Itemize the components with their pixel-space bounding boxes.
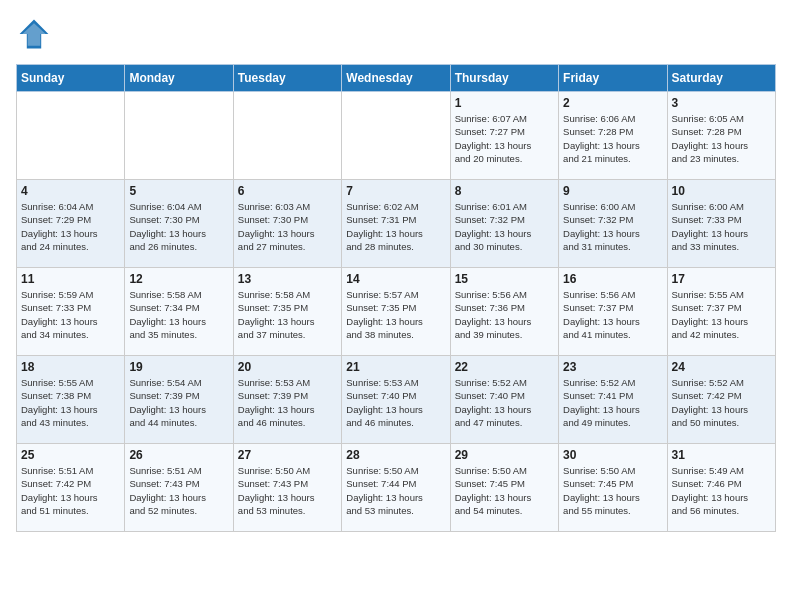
calendar-cell: 5Sunrise: 6:04 AM Sunset: 7:30 PM Daylig… [125, 180, 233, 268]
weekday-header-row: SundayMondayTuesdayWednesdayThursdayFrid… [17, 65, 776, 92]
calendar-cell: 10Sunrise: 6:00 AM Sunset: 7:33 PM Dayli… [667, 180, 775, 268]
day-info: Sunrise: 6:00 AM Sunset: 7:32 PM Dayligh… [563, 200, 662, 253]
day-number: 5 [129, 184, 228, 198]
day-info: Sunrise: 5:55 AM Sunset: 7:38 PM Dayligh… [21, 376, 120, 429]
calendar-cell: 20Sunrise: 5:53 AM Sunset: 7:39 PM Dayli… [233, 356, 341, 444]
day-number: 10 [672, 184, 771, 198]
calendar-cell: 14Sunrise: 5:57 AM Sunset: 7:35 PM Dayli… [342, 268, 450, 356]
day-number: 25 [21, 448, 120, 462]
calendar-cell: 18Sunrise: 5:55 AM Sunset: 7:38 PM Dayli… [17, 356, 125, 444]
day-number: 17 [672, 272, 771, 286]
day-info: Sunrise: 5:52 AM Sunset: 7:40 PM Dayligh… [455, 376, 554, 429]
day-info: Sunrise: 6:04 AM Sunset: 7:29 PM Dayligh… [21, 200, 120, 253]
day-info: Sunrise: 6:00 AM Sunset: 7:33 PM Dayligh… [672, 200, 771, 253]
calendar-cell: 4Sunrise: 6:04 AM Sunset: 7:29 PM Daylig… [17, 180, 125, 268]
day-number: 9 [563, 184, 662, 198]
logo [16, 16, 56, 52]
calendar-cell: 30Sunrise: 5:50 AM Sunset: 7:45 PM Dayli… [559, 444, 667, 532]
day-info: Sunrise: 6:01 AM Sunset: 7:32 PM Dayligh… [455, 200, 554, 253]
day-info: Sunrise: 5:55 AM Sunset: 7:37 PM Dayligh… [672, 288, 771, 341]
weekday-header-tuesday: Tuesday [233, 65, 341, 92]
weekday-header-saturday: Saturday [667, 65, 775, 92]
day-info: Sunrise: 5:50 AM Sunset: 7:43 PM Dayligh… [238, 464, 337, 517]
day-info: Sunrise: 6:02 AM Sunset: 7:31 PM Dayligh… [346, 200, 445, 253]
day-info: Sunrise: 5:56 AM Sunset: 7:36 PM Dayligh… [455, 288, 554, 341]
day-number: 24 [672, 360, 771, 374]
day-number: 16 [563, 272, 662, 286]
calendar-cell: 13Sunrise: 5:58 AM Sunset: 7:35 PM Dayli… [233, 268, 341, 356]
day-number: 30 [563, 448, 662, 462]
day-number: 8 [455, 184, 554, 198]
day-info: Sunrise: 5:54 AM Sunset: 7:39 PM Dayligh… [129, 376, 228, 429]
day-info: Sunrise: 5:52 AM Sunset: 7:41 PM Dayligh… [563, 376, 662, 429]
calendar-cell: 9Sunrise: 6:00 AM Sunset: 7:32 PM Daylig… [559, 180, 667, 268]
day-info: Sunrise: 5:56 AM Sunset: 7:37 PM Dayligh… [563, 288, 662, 341]
day-info: Sunrise: 6:05 AM Sunset: 7:28 PM Dayligh… [672, 112, 771, 165]
day-info: Sunrise: 5:58 AM Sunset: 7:34 PM Dayligh… [129, 288, 228, 341]
day-info: Sunrise: 5:59 AM Sunset: 7:33 PM Dayligh… [21, 288, 120, 341]
day-info: Sunrise: 5:51 AM Sunset: 7:43 PM Dayligh… [129, 464, 228, 517]
day-number: 22 [455, 360, 554, 374]
day-number: 18 [21, 360, 120, 374]
calendar-cell: 24Sunrise: 5:52 AM Sunset: 7:42 PM Dayli… [667, 356, 775, 444]
calendar-cell: 16Sunrise: 5:56 AM Sunset: 7:37 PM Dayli… [559, 268, 667, 356]
calendar-cell: 19Sunrise: 5:54 AM Sunset: 7:39 PM Dayli… [125, 356, 233, 444]
weekday-header-wednesday: Wednesday [342, 65, 450, 92]
day-info: Sunrise: 5:50 AM Sunset: 7:45 PM Dayligh… [563, 464, 662, 517]
calendar-cell: 3Sunrise: 6:05 AM Sunset: 7:28 PM Daylig… [667, 92, 775, 180]
calendar-cell: 21Sunrise: 5:53 AM Sunset: 7:40 PM Dayli… [342, 356, 450, 444]
day-info: Sunrise: 5:50 AM Sunset: 7:45 PM Dayligh… [455, 464, 554, 517]
calendar-cell [125, 92, 233, 180]
day-number: 19 [129, 360, 228, 374]
day-number: 29 [455, 448, 554, 462]
week-row-1: 1Sunrise: 6:07 AM Sunset: 7:27 PM Daylig… [17, 92, 776, 180]
day-info: Sunrise: 5:51 AM Sunset: 7:42 PM Dayligh… [21, 464, 120, 517]
day-info: Sunrise: 5:50 AM Sunset: 7:44 PM Dayligh… [346, 464, 445, 517]
day-number: 26 [129, 448, 228, 462]
calendar-cell: 27Sunrise: 5:50 AM Sunset: 7:43 PM Dayli… [233, 444, 341, 532]
day-info: Sunrise: 5:49 AM Sunset: 7:46 PM Dayligh… [672, 464, 771, 517]
week-row-5: 25Sunrise: 5:51 AM Sunset: 7:42 PM Dayli… [17, 444, 776, 532]
day-number: 4 [21, 184, 120, 198]
calendar-table: SundayMondayTuesdayWednesdayThursdayFrid… [16, 64, 776, 532]
page-header [16, 16, 776, 52]
week-row-4: 18Sunrise: 5:55 AM Sunset: 7:38 PM Dayli… [17, 356, 776, 444]
day-number: 23 [563, 360, 662, 374]
week-row-3: 11Sunrise: 5:59 AM Sunset: 7:33 PM Dayli… [17, 268, 776, 356]
calendar-cell [342, 92, 450, 180]
day-number: 21 [346, 360, 445, 374]
day-info: Sunrise: 6:04 AM Sunset: 7:30 PM Dayligh… [129, 200, 228, 253]
calendar-cell: 25Sunrise: 5:51 AM Sunset: 7:42 PM Dayli… [17, 444, 125, 532]
svg-marker-1 [22, 23, 45, 46]
weekday-header-friday: Friday [559, 65, 667, 92]
day-number: 2 [563, 96, 662, 110]
day-number: 12 [129, 272, 228, 286]
calendar-cell: 28Sunrise: 5:50 AM Sunset: 7:44 PM Dayli… [342, 444, 450, 532]
logo-icon [16, 16, 52, 52]
calendar-cell: 23Sunrise: 5:52 AM Sunset: 7:41 PM Dayli… [559, 356, 667, 444]
weekday-header-thursday: Thursday [450, 65, 558, 92]
calendar-cell: 26Sunrise: 5:51 AM Sunset: 7:43 PM Dayli… [125, 444, 233, 532]
calendar-cell: 31Sunrise: 5:49 AM Sunset: 7:46 PM Dayli… [667, 444, 775, 532]
day-info: Sunrise: 5:57 AM Sunset: 7:35 PM Dayligh… [346, 288, 445, 341]
day-info: Sunrise: 6:06 AM Sunset: 7:28 PM Dayligh… [563, 112, 662, 165]
day-number: 3 [672, 96, 771, 110]
calendar-cell [17, 92, 125, 180]
calendar-cell: 11Sunrise: 5:59 AM Sunset: 7:33 PM Dayli… [17, 268, 125, 356]
day-number: 13 [238, 272, 337, 286]
calendar-cell: 6Sunrise: 6:03 AM Sunset: 7:30 PM Daylig… [233, 180, 341, 268]
day-number: 31 [672, 448, 771, 462]
day-number: 6 [238, 184, 337, 198]
day-number: 14 [346, 272, 445, 286]
day-info: Sunrise: 5:52 AM Sunset: 7:42 PM Dayligh… [672, 376, 771, 429]
calendar-cell: 7Sunrise: 6:02 AM Sunset: 7:31 PM Daylig… [342, 180, 450, 268]
day-info: Sunrise: 5:53 AM Sunset: 7:39 PM Dayligh… [238, 376, 337, 429]
calendar-cell: 15Sunrise: 5:56 AM Sunset: 7:36 PM Dayli… [450, 268, 558, 356]
calendar-cell [233, 92, 341, 180]
weekday-header-monday: Monday [125, 65, 233, 92]
day-number: 7 [346, 184, 445, 198]
day-number: 15 [455, 272, 554, 286]
day-number: 11 [21, 272, 120, 286]
calendar-cell: 8Sunrise: 6:01 AM Sunset: 7:32 PM Daylig… [450, 180, 558, 268]
day-info: Sunrise: 5:58 AM Sunset: 7:35 PM Dayligh… [238, 288, 337, 341]
